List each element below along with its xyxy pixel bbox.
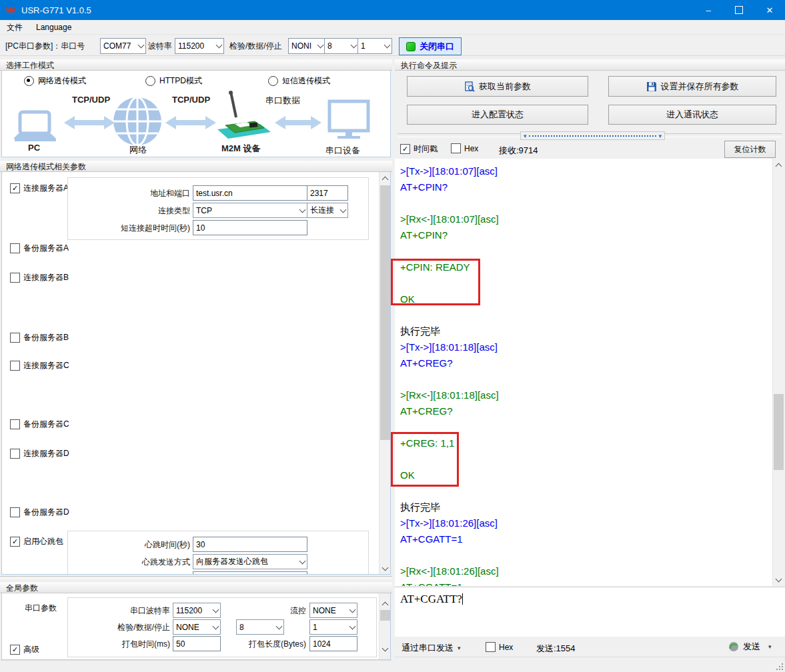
close-serial-port-button[interactable]: 关闭串口: [399, 37, 462, 55]
checkbox-enable-heartbeat[interactable]: ✓ 启用心跳包: [10, 536, 63, 547]
scroll-up-icon[interactable]: [379, 599, 391, 609]
pc-icon: [13, 112, 56, 141]
app-icon: [5, 5, 16, 15]
log-lines: >[Tx->][18:01:07][asc]AT+CPIN? >[Rx<-][1…: [400, 163, 772, 586]
scroll-down-icon[interactable]: [379, 644, 391, 654]
status-strip-right: [395, 657, 785, 672]
scroll-down-icon[interactable]: [773, 575, 784, 585]
chevron-down-icon: [338, 203, 347, 217]
maximize-button[interactable]: [724, 0, 754, 20]
checkbox-connect-server-a[interactable]: ✓ 连接服务器A: [10, 183, 69, 194]
server-a-address-input[interactable]: test.usr.cn: [193, 185, 307, 201]
checkbox-hex-send[interactable]: Hex: [486, 642, 513, 652]
scroll-down-icon[interactable]: [379, 563, 391, 573]
serial-params-label: 串口参数: [25, 603, 57, 614]
checkbox-timestamp[interactable]: ✓ 时间戳: [400, 143, 438, 155]
net-params-header: 网络透传模式相关参数: [0, 160, 392, 172]
net-params-scrollbar[interactable]: [379, 172, 391, 575]
checkbox-server-6[interactable]: 备份服务器D: [10, 507, 69, 518]
server-a-keepalive-select[interactable]: 长连接: [307, 203, 348, 218]
menu-file[interactable]: 文件: [0, 20, 29, 35]
scrollbar-thumb[interactable]: [774, 394, 784, 470]
scroll-up-icon[interactable]: [379, 173, 391, 183]
packlen-input[interactable]: 1024: [309, 636, 357, 651]
g-parity-label: 检验/数据/停止: [82, 622, 170, 633]
heartbeat-time-input[interactable]: 30: [193, 537, 307, 552]
resize-grip[interactable]: [775, 662, 783, 670]
checkbox-icon: [10, 333, 20, 343]
enter-config-state-button[interactable]: 进入配置状态: [407, 105, 588, 125]
packtime-input[interactable]: 50: [173, 636, 221, 651]
checkbox-server-2[interactable]: 备份服务器B: [10, 332, 69, 343]
g-stopbits-select[interactable]: 1: [309, 619, 357, 635]
arrow-icon: [275, 116, 321, 129]
server-a-type-select[interactable]: TCP: [193, 203, 307, 218]
checkbox-server-3[interactable]: 连接服务器C: [10, 360, 69, 371]
com-port-select[interactable]: COM77: [100, 38, 146, 54]
log-output[interactable]: >[Tx->][18:01:07][asc]AT+CPIN? >[Rx<-][1…: [395, 159, 772, 586]
checkbox-server-5[interactable]: 连接服务器D: [10, 448, 69, 459]
log-scrollbar[interactable]: [772, 159, 784, 586]
splitter-arrow-icon: ▾: [658, 133, 662, 139]
checkbox-icon: [10, 449, 20, 459]
minimize-button[interactable]: –: [693, 0, 724, 20]
log-splitter-handle[interactable]: ▾ ▾: [520, 131, 665, 140]
chevron-down-icon: ▾: [768, 643, 772, 650]
checkbox-icon: [10, 507, 20, 517]
server-a-timeout-input[interactable]: 10: [193, 220, 307, 235]
status-strip-left: [0, 660, 392, 672]
radio-sms-mode[interactable]: 短信透传模式: [268, 75, 330, 87]
heartbeat-time-label: 心跳时间(秒): [82, 539, 190, 551]
menu-language[interactable]: Language: [29, 20, 78, 35]
chevron-down-icon: [214, 39, 223, 53]
baud-select[interactable]: 115200: [175, 38, 224, 54]
chevron-down-icon: [211, 620, 220, 634]
parity-label: 检验/数据/停止: [229, 41, 282, 52]
radio-net-transparent-mode[interactable]: 网络透传模式: [24, 75, 86, 87]
send-input[interactable]: AT+CGATT?: [395, 587, 785, 637]
checkbox-advanced[interactable]: ✓ 高级: [10, 644, 39, 655]
checkbox-server-1[interactable]: 连接服务器B: [10, 272, 69, 283]
menu-bar: 文件 Language: [0, 20, 785, 35]
radio-httpd-mode[interactable]: HTTPD模式: [145, 75, 202, 87]
send-button[interactable]: 发送 ▾: [728, 641, 772, 653]
send-via-dropdown[interactable]: 通过串口发送 ▾: [402, 642, 461, 654]
send-icon: [728, 641, 739, 652]
enter-comm-state-button[interactable]: 进入通讯状态: [608, 105, 776, 125]
annotation-box-cpin: [391, 259, 480, 305]
set-save-params-button[interactable]: 设置并保存所有参数: [608, 76, 776, 97]
close-button[interactable]: ✕: [754, 0, 785, 20]
node-serial-label: 串口设备: [325, 145, 360, 157]
parity-select[interactable]: NONI: [288, 38, 325, 54]
g-parity-select[interactable]: NONE: [173, 619, 221, 635]
log-line: [400, 547, 772, 563]
heartbeat-extra-input[interactable]: [193, 571, 307, 575]
scrollbar-thumb[interactable]: [380, 610, 390, 621]
log-line: >[Rx<-][18:01:07][asc]: [400, 211, 772, 227]
chevron-down-icon: [315, 39, 325, 53]
section-splitter[interactable]: [0, 576, 392, 579]
flow-select[interactable]: NONE: [309, 603, 357, 618]
global-scrollbar[interactable]: [379, 593, 391, 660]
splitter-dots: [529, 135, 657, 137]
server-a-port-input[interactable]: 2317: [307, 185, 348, 201]
scroll-up-icon[interactable]: [773, 160, 784, 170]
checkbox-server-0[interactable]: 备份服务器A: [10, 243, 69, 254]
checkbox-hex-recv[interactable]: Hex: [451, 143, 478, 153]
log-line: AT+CGATT=1: [400, 579, 772, 586]
stopbits-select[interactable]: 1: [357, 38, 392, 54]
scrollbar-thumb[interactable]: [380, 185, 390, 440]
databits-select[interactable]: 8: [324, 38, 359, 54]
get-current-params-button[interactable]: 获取当前参数: [407, 76, 588, 97]
checkbox-icon: [10, 419, 20, 429]
reset-counter-button[interactable]: 复位计数: [724, 141, 776, 158]
g-baud-select[interactable]: 115200: [173, 603, 221, 618]
log-line: [400, 243, 772, 259]
link1-label: TCP/UDP: [72, 95, 110, 105]
g-databits-select[interactable]: 8: [236, 619, 284, 635]
radio-icon: [145, 76, 155, 86]
checkbox-icon: ✓: [10, 537, 20, 547]
checkbox-server-4[interactable]: 备份服务器C: [10, 419, 69, 430]
window-title: USR-G771 V1.0.5: [21, 5, 91, 15]
heartbeat-mode-select[interactable]: 向服务器发送心跳包: [193, 554, 307, 569]
